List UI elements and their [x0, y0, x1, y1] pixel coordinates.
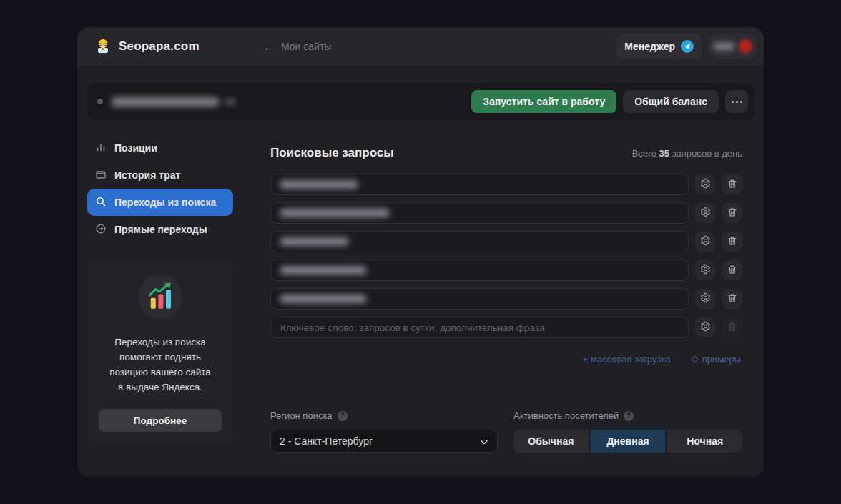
query-delete-button[interactable] — [722, 203, 742, 223]
query-delete-button[interactable] — [722, 174, 742, 194]
trash-icon — [727, 293, 737, 305]
query-row — [270, 260, 742, 281]
masked-query-text — [280, 295, 366, 303]
gear-icon — [700, 292, 711, 305]
promo-card: Переходы из поиска помогают поднять пози… — [87, 260, 233, 443]
gear-icon — [700, 207, 711, 219]
trash-icon — [727, 322, 737, 334]
sidebar-item-positions[interactable]: Позиции — [87, 134, 233, 162]
gear-icon — [700, 321, 711, 334]
query-input[interactable] — [270, 202, 689, 224]
total-count: 35 — [659, 148, 669, 159]
masked-query-text — [280, 209, 389, 217]
region-select[interactable]: 2 - Санкт-Петербург — [270, 430, 498, 453]
brand-name: Seopapa.com — [119, 39, 200, 54]
region-label: Регион поиска — [270, 410, 333, 421]
trash-icon — [727, 265, 737, 277]
trash-icon — [727, 236, 737, 248]
masked-site-name — [112, 97, 219, 107]
query-settings-button[interactable] — [695, 260, 715, 280]
launch-site-button[interactable]: Запустить сайт в работу — [471, 90, 616, 113]
page-title: Поисковые запросы — [270, 146, 394, 160]
total-queries-info: Всего 35 запросов в день — [632, 148, 742, 159]
main-area: Поисковые запросы Всего 35 запросов в де… — [270, 134, 742, 453]
query-settings-button[interactable] — [695, 203, 715, 223]
query-row-new — [270, 317, 742, 338]
trash-icon — [727, 179, 737, 191]
sidebar: Позиции История трат Переходы из поиска — [87, 134, 233, 453]
total-balance-button[interactable]: Общий баланс — [623, 90, 719, 113]
site-status-dot — [97, 99, 103, 104]
query-delete-button[interactable] — [722, 289, 742, 309]
trash-icon — [727, 207, 737, 219]
new-query-input[interactable] — [280, 322, 679, 333]
site-actions: Запустить сайт в работу Общий баланс — [471, 90, 748, 113]
masked-query-text — [280, 237, 348, 246]
masked-query-text — [280, 266, 366, 275]
content: Позиции История трат Переходы из поиска — [77, 134, 764, 453]
promo-chart-icon — [138, 275, 182, 319]
query-input[interactable] — [270, 260, 689, 281]
balance-indicator[interactable] — [709, 34, 757, 59]
query-delete-button[interactable] — [722, 232, 742, 252]
query-delete-button[interactable] — [722, 260, 742, 280]
query-settings-button[interactable] — [695, 317, 715, 337]
topbar: Seopapa.com ← Мои сайты Менеджер — [77, 27, 764, 66]
back-label: Мои сайты — [281, 41, 331, 52]
bar-chart-icon — [95, 142, 107, 155]
help-icon[interactable]: ? — [624, 411, 634, 421]
query-settings-button[interactable] — [695, 174, 715, 194]
activity-option-night[interactable]: Ночная — [667, 430, 742, 453]
query-settings-button[interactable] — [695, 232, 715, 252]
region-label-row: Регион поиска ? — [270, 410, 498, 421]
app-panel: Seopapa.com ← Мои сайты Менеджер Запусти… — [77, 27, 764, 477]
query-input[interactable] — [270, 288, 689, 310]
back-to-sites-link[interactable]: ← Мои сайты — [263, 41, 331, 53]
sidebar-item-label: История трат — [114, 169, 180, 181]
activity-option-normal[interactable]: Обычная — [513, 430, 589, 453]
activity-label-row: Активность посетителей ? — [513, 410, 742, 421]
masked-site-name-tail — [225, 99, 236, 105]
sidebar-item-direct-visits[interactable]: Прямые переходы — [87, 216, 233, 243]
sidebar-item-label: Переходы из поиска — [114, 197, 216, 208]
currency-badge-icon — [739, 39, 752, 54]
main-header: Поисковые запросы Всего 35 запросов в де… — [270, 146, 742, 160]
topbar-right: Менеджер — [616, 34, 757, 59]
gear-icon — [700, 235, 711, 248]
activity-column: Активность посетителей ? Обычная Дневная… — [513, 410, 742, 453]
activity-option-day[interactable]: Дневная — [591, 430, 666, 453]
arrow-circle-icon — [95, 223, 107, 237]
manager-label: Менеджер — [624, 41, 675, 52]
query-input[interactable] — [270, 231, 689, 252]
bulk-upload-link[interactable]: + массовая загрузка — [583, 354, 671, 365]
worker-logo-icon — [94, 36, 112, 56]
query-row — [270, 231, 742, 252]
chevron-down-icon — [480, 435, 488, 447]
query-settings-button[interactable] — [695, 289, 715, 309]
region-column: Регион поиска ? 2 - Санкт-Петербург — [270, 410, 498, 453]
sidebar-item-spend-history[interactable]: История трат — [87, 162, 233, 189]
sidebar-item-label: Прямые переходы — [114, 224, 207, 235]
brand: Seopapa.com — [94, 36, 263, 56]
links-row: + массовая загрузка примеры — [270, 354, 742, 365]
manager-button[interactable]: Менеджер — [616, 34, 702, 59]
sidebar-item-search-visits[interactable]: Переходы из поиска — [87, 189, 233, 216]
search-icon — [95, 196, 107, 209]
query-input[interactable] — [270, 174, 689, 195]
activity-segmented-control: Обычная Дневная Ночная — [513, 430, 742, 453]
site-row: Запустить сайт в работу Общий баланс — [87, 83, 755, 120]
query-row — [270, 288, 742, 310]
more-options-button[interactable] — [725, 90, 748, 113]
help-icon[interactable]: ? — [338, 411, 348, 421]
new-query-input-wrap — [270, 317, 689, 338]
sidebar-item-label: Позиции — [114, 142, 157, 154]
query-delete-button-disabled — [722, 317, 742, 337]
query-row — [270, 174, 742, 195]
back-arrow-icon: ← — [263, 41, 274, 53]
gear-icon — [700, 264, 711, 277]
more-icon — [732, 101, 734, 103]
examples-link[interactable]: примеры — [692, 354, 741, 365]
query-row — [270, 202, 742, 224]
promo-details-button[interactable]: Подробнее — [99, 409, 222, 432]
promo-text: Переходы из поиска помогают поднять пози… — [99, 335, 222, 395]
